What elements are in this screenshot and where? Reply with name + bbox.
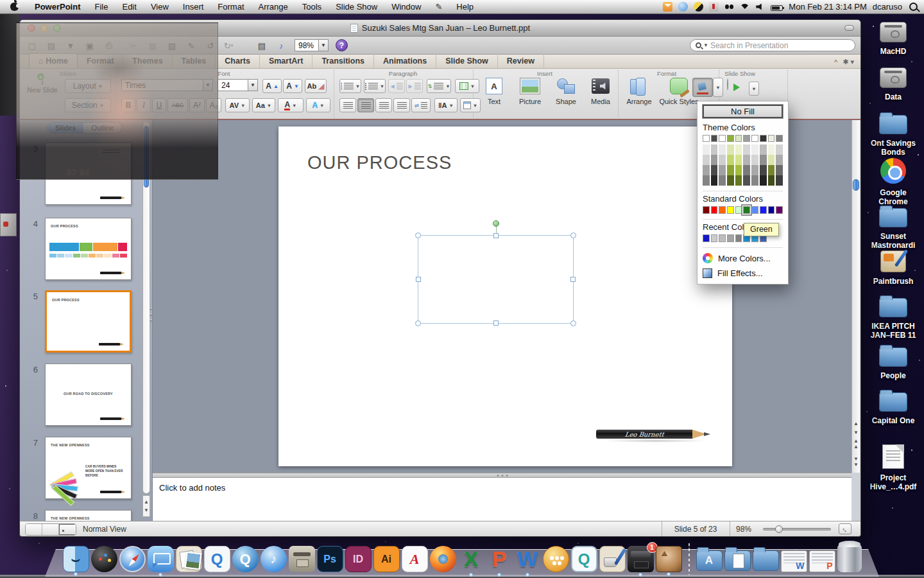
character-spacing-button[interactable]: AV▼ bbox=[225, 98, 250, 112]
pane-splitter[interactable] bbox=[150, 308, 152, 322]
search-scope-arrow[interactable]: ▼ bbox=[703, 42, 708, 48]
insert-picture-button[interactable]: Picture bbox=[513, 76, 547, 115]
tab-charts[interactable]: Charts bbox=[216, 54, 260, 68]
slide-5[interactable]: OUR PROCESS Leo Burnett bbox=[278, 127, 732, 466]
insert-media-button[interactable]: Media bbox=[583, 76, 618, 115]
menubar-clock[interactable]: Mon Feb 21 3:14 PM bbox=[789, 2, 866, 12]
shrink-font-button[interactable]: A▼ bbox=[283, 79, 302, 93]
variant-swatch-9A9A9A[interactable] bbox=[711, 155, 718, 165]
distribute-text-button[interactable]: ⇄ bbox=[411, 98, 431, 112]
color-swatch-660066[interactable] bbox=[776, 206, 783, 214]
tab-transitions[interactable]: Transitions bbox=[312, 54, 374, 68]
align-right-button[interactable] bbox=[375, 98, 392, 112]
color-swatch-FFFFFF[interactable] bbox=[719, 135, 726, 142]
variant-swatch-7A7A7A[interactable] bbox=[743, 165, 750, 175]
desktop-icon-paintbrush[interactable]: Paintbrush bbox=[864, 250, 923, 286]
variant-swatch-515151[interactable] bbox=[743, 175, 750, 186]
desktop-icon-machd[interactable]: MacHD bbox=[864, 22, 923, 56]
variant-swatch-D2D2D2[interactable] bbox=[776, 144, 783, 155]
dock-applications-folder-icon[interactable]: A bbox=[696, 550, 723, 571]
script-menu-icon[interactable]: ✎ bbox=[428, 0, 449, 14]
thumbnail-scroll-arrows[interactable]: ▲▼ bbox=[142, 495, 150, 517]
dock-acrobat-icon[interactable]: A bbox=[402, 546, 428, 572]
handle-mid-right[interactable] bbox=[570, 277, 576, 282]
menu-insert[interactable]: Insert bbox=[176, 0, 211, 14]
desktop-icon-people[interactable]: People bbox=[864, 344, 923, 380]
search-field[interactable]: ▼ bbox=[690, 39, 855, 51]
dock-quicktime-player-icon[interactable]: Q bbox=[204, 546, 230, 572]
color-swatch-828282[interactable] bbox=[735, 234, 742, 242]
dock-excel-icon[interactable]: X bbox=[458, 546, 484, 572]
variant-swatch-868686[interactable] bbox=[751, 175, 758, 186]
dock-safari-icon[interactable] bbox=[119, 546, 146, 572]
variant-swatch-434E19[interactable] bbox=[768, 175, 775, 186]
rotation-handle[interactable] bbox=[493, 220, 499, 227]
toolbar-toggle-button[interactable] bbox=[844, 25, 854, 31]
redo-icon[interactable]: ↻▾ bbox=[221, 39, 235, 52]
slide-thumbnail-7[interactable]: THE NEW OPENNESSCAR BUYERS MINDS MORE OP… bbox=[45, 437, 132, 499]
menu-arrange[interactable]: Arrange bbox=[252, 0, 295, 14]
align-center-button[interactable] bbox=[357, 98, 374, 112]
change-case-button[interactable]: Aa▼ bbox=[252, 98, 275, 112]
dock-q-messenger-icon[interactable]: Q bbox=[571, 546, 597, 572]
variant-swatch-4A4A4A[interactable] bbox=[711, 165, 718, 175]
desktop-icon-project[interactable]: Project Hive_…4.pdf bbox=[864, 444, 923, 491]
menubar-user[interactable]: dcaruso bbox=[873, 2, 902, 12]
handle-top-right[interactable] bbox=[570, 232, 576, 238]
no-fill-item[interactable]: No Fill bbox=[703, 105, 783, 118]
help-button[interactable]: ? bbox=[336, 39, 348, 51]
variant-swatch-C8C8C8[interactable] bbox=[711, 144, 718, 155]
menu-powerpoint[interactable]: PowerPoint bbox=[28, 0, 88, 14]
align-left-button[interactable] bbox=[339, 98, 356, 112]
variant-swatch-8CA52E[interactable] bbox=[727, 165, 734, 175]
document-scrollbar[interactable]: ▲ ▼ ▲▲ ▼▼ bbox=[851, 120, 860, 473]
color-swatch-EBF1DE[interactable] bbox=[768, 135, 775, 142]
handle-bottom-right[interactable] bbox=[570, 320, 576, 326]
insert-text-button[interactable]: A Text bbox=[477, 76, 511, 115]
variant-swatch-848484[interactable] bbox=[703, 175, 710, 186]
menu-slide-show[interactable]: Slide Show bbox=[329, 0, 384, 14]
collapse-ribbon-icon[interactable]: ^ bbox=[834, 58, 837, 66]
dock-quicktime-7-icon[interactable]: Q bbox=[232, 546, 259, 572]
variant-swatch-A2A2A2[interactable] bbox=[719, 165, 726, 175]
dock-word-icon[interactable]: W bbox=[515, 546, 541, 572]
view-outline-icon[interactable]: ▤ bbox=[255, 39, 269, 52]
dock-ichat-icon[interactable] bbox=[148, 546, 174, 572]
color-swatch-BDBDBD[interactable] bbox=[719, 234, 726, 242]
menu-format[interactable]: Format bbox=[210, 0, 251, 14]
dock-lotus-sametime-icon[interactable] bbox=[543, 546, 569, 572]
variant-swatch-A5BC3C[interactable] bbox=[735, 165, 742, 175]
color-swatch-000099[interactable] bbox=[768, 206, 775, 214]
variant-swatch-818181[interactable] bbox=[719, 175, 726, 186]
play-slideshow-dropdown[interactable]: ▼ bbox=[749, 82, 759, 96]
increase-indent-button[interactable]: ▶ bbox=[406, 79, 423, 93]
color-swatch-1A1AFF[interactable] bbox=[760, 206, 767, 214]
variant-swatch-ADADAD[interactable] bbox=[776, 155, 783, 165]
dock-paintbrush-app-icon[interactable] bbox=[599, 546, 626, 572]
variant-swatch-EDF2CF[interactable] bbox=[735, 144, 742, 155]
color-swatch-333333[interactable] bbox=[760, 135, 767, 142]
fill-effects-item[interactable]: Fill Effects... bbox=[703, 268, 783, 278]
play-slideshow-button[interactable] bbox=[727, 79, 728, 91]
dock-illustrator-icon[interactable]: Ai bbox=[373, 546, 400, 572]
variant-swatch-DCE5B0[interactable] bbox=[768, 155, 775, 165]
menu-help[interactable]: Help bbox=[449, 0, 481, 14]
grow-font-button[interactable]: A▲ bbox=[262, 79, 282, 93]
slide-thumbnail-6[interactable]: OUR ROAD TO DISCOVERY bbox=[45, 363, 132, 426]
apple-menu-icon[interactable] bbox=[10, 3, 19, 11]
color-swatch-A3A3A3[interactable] bbox=[727, 234, 734, 242]
scroll-up-arrow[interactable]: ▲ bbox=[852, 421, 860, 426]
clear-formatting-button[interactable]: Ab◢ bbox=[305, 79, 327, 93]
next-slide-button[interactable]: ▼▼ bbox=[852, 456, 860, 468]
insert-shape-button[interactable]: Shape bbox=[549, 76, 583, 115]
handle-top-left[interactable] bbox=[415, 232, 421, 238]
gear-icon[interactable]: ✱ ▾ bbox=[843, 58, 854, 66]
scroll-down-arrow[interactable]: ▼ bbox=[852, 430, 860, 435]
variant-swatch-EFEFEF[interactable] bbox=[751, 144, 758, 155]
color-swatch-FFFFFF[interactable] bbox=[703, 135, 710, 142]
variant-swatch-454545[interactable] bbox=[760, 165, 767, 175]
notes-splitter[interactable] bbox=[153, 473, 851, 478]
font-size-combo[interactable]: 24▼ bbox=[218, 79, 258, 91]
color-swatch-FF6600[interactable] bbox=[719, 206, 726, 214]
decrease-indent-button[interactable]: ◀ bbox=[388, 79, 405, 93]
